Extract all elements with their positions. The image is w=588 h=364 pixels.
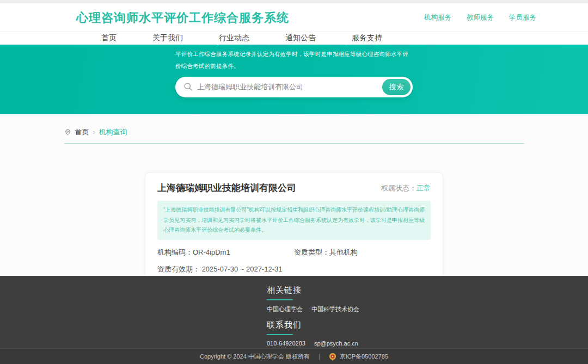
copyright-bar: Copyright © 2024 中国心理学会 版权所有 | 京ICP备0500… [0,348,588,364]
header: 心理咨询师水平评价工作综合服务系统 机构服务 教师服务 学员服务 [0,3,588,31]
breadcrumb-home[interactable]: 首页 [75,127,89,137]
nav-support[interactable]: 服务支持 [352,33,382,43]
link-org-service[interactable]: 机构服务 [424,13,451,22]
footer-title-underline [267,299,293,300]
nav-home[interactable]: 首页 [101,33,117,43]
breadcrumb: 首页 › 机构查询 [64,114,524,144]
main-nav: 首页 关于我们 行业动态 通知公告 服务支持 [0,31,588,45]
search-input[interactable] [197,77,404,97]
validity-value: 2025-07-30 ~ 2027-12-31 [202,265,283,273]
police-badge-icon [329,353,336,361]
banner-line-2: 平评价工作综合服务系统记录并认定为有效学时，该学时是申报相应等级心理咨询师水平评 [175,48,413,60]
location-pin-icon [64,128,71,136]
field-org-code: 机构编码：OR-4ipDm1 [157,248,294,257]
footer-contact-title: 联系我们 [267,320,588,330]
hero-banner: 学员在培训机构参加课程培训和见习实习，培训和见习实习学时将被心理咨询师水 平评价… [0,45,588,114]
validity-label: 资质有效期： [157,265,200,273]
org-code-value: OR-4ipDm1 [193,248,230,256]
main-content: 首页 › 机构查询 上海德瑞姆职业技能培训有限公司 权属状态：正常 “上海德瑞姆… [0,114,588,276]
header-service-links: 机构服务 教师服务 学员服务 [424,13,536,22]
org-description: “上海德瑞姆职业技能培训有限公司”机构可以按规定招生和组织心理咨询师水平评价课程… [157,201,431,240]
org-fields: 机构编码：OR-4ipDm1 资质类型：其他机构 资质有效期： 2025-07-… [157,248,431,274]
org-code-label: 机构编码： [157,248,193,256]
search-bar: 搜索 [175,77,413,97]
breadcrumb-separator: › [93,128,95,136]
link-student-service[interactable]: 学员服务 [509,13,536,22]
qualification-type-value: 其他机构 [329,248,358,256]
icp-number: 京ICP备05002785 [340,353,388,361]
footer-contact-underline [267,334,293,335]
footer-phone: 010-64920203 [267,340,305,347]
ownership-status: 权属状态：正常 [381,183,431,193]
footer-links-title: 相关链接 [267,285,588,295]
org-name: 上海德瑞姆职业技能培训有限公司 [157,182,296,194]
nav-notices[interactable]: 通知公告 [285,33,316,43]
search-icon [183,82,193,94]
footer-link-cast[interactable]: 中国科学技术协会 [311,305,359,313]
nav-about[interactable]: 关于我们 [152,33,183,43]
icp-link[interactable]: 京ICP备05002785 [329,353,388,361]
site-title: 心理咨询师水平评价工作综合服务系统 [76,10,289,26]
copyright-text: Copyright © 2024 中国心理学会 版权所有 [200,353,310,361]
field-validity-period: 资质有效期： 2025-07-30 ~ 2027-12-31 [157,264,431,274]
banner-paragraph: 学员在培训机构参加课程培训和见习实习，培训和见习实习学时将被心理咨询师水 平评价… [175,45,413,72]
copyright-divider: | [318,353,320,360]
nav-industry-news[interactable]: 行业动态 [219,33,249,43]
footer-email: sp@psych.ac.cn [314,340,358,347]
breadcrumb-current[interactable]: 机构查询 [99,127,127,137]
status-badge: 正常 [416,184,431,192]
footer-link-cps[interactable]: 中国心理学会 [267,305,303,313]
status-label: 权属状态： [381,184,416,192]
link-teacher-service[interactable]: 教师服务 [467,13,494,22]
field-qualification-type: 资质类型：其他机构 [294,248,431,257]
search-button[interactable]: 搜索 [382,79,411,95]
org-result-card: 上海德瑞姆职业技能培训有限公司 权属状态：正常 “上海德瑞姆职业技能培训有限公司… [145,172,443,286]
banner-line-3: 价综合考试的前提条件。 [175,60,413,72]
qualification-type-label: 资质类型： [294,248,329,256]
footer: 相关链接 中国心理学会 中国科学技术协会 联系我们 010-64920203 s… [0,276,588,348]
